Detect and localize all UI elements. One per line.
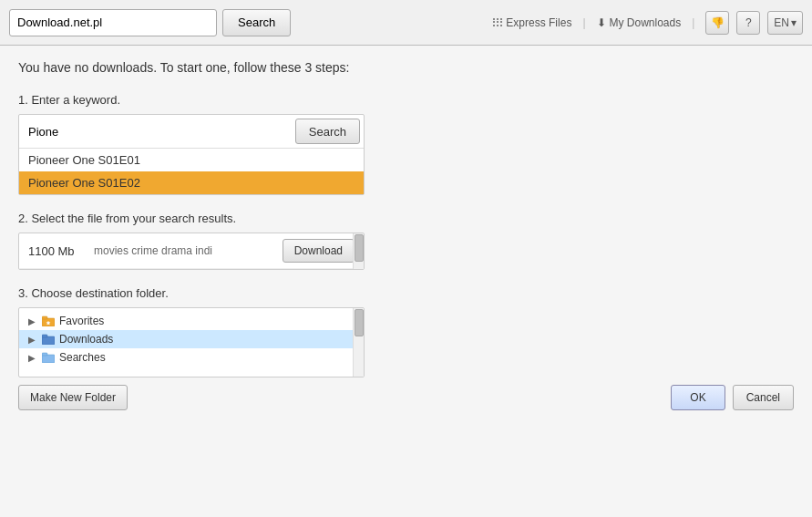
intro-text: You have no downloads. To start one, fol… [18, 60, 794, 75]
scrollbar-thumb[interactable] [355, 309, 364, 336]
list-item[interactable]: Pioneer One S01E02 [19, 171, 364, 194]
keyword-search-button[interactable]: Search [295, 119, 360, 144]
folder-btn-row: Make New Folder OK Cancel [18, 385, 794, 410]
tree-item-downloads[interactable]: ▶ Downloads [19, 330, 364, 348]
expand-arrow-icon: ▶ [26, 352, 37, 363]
result-size: 1100 Mb [28, 244, 83, 258]
svg-rect-2 [42, 336, 55, 345]
express-files-link[interactable]: Express Files [493, 16, 571, 29]
results-scrollbar[interactable] [353, 233, 364, 269]
step3: 3. Choose destination folder. ▶ Favorite… [18, 286, 794, 410]
keyword-input[interactable] [23, 121, 295, 142]
tree-item-favorites[interactable]: ▶ Favorites [19, 312, 364, 330]
tree-item-searches[interactable]: ▶ Searches [19, 348, 364, 367]
folder-tree: ▶ Favorites ▶ [19, 308, 364, 377]
search-dropdown: Pioneer One S01E01 Pioneer One S01E02 [19, 149, 364, 194]
my-downloads-label: My Downloads [610, 16, 682, 29]
tree-item-label: Searches [59, 351, 106, 364]
lang-label: EN [774, 16, 789, 29]
make-new-folder-button[interactable]: Make New Folder [18, 385, 128, 410]
list-item[interactable]: Pioneer One S01E01 [19, 149, 364, 171]
download-button[interactable]: Download [283, 239, 355, 263]
ok-button[interactable]: OK [671, 385, 725, 410]
separator2: | [692, 16, 694, 29]
step2-label: 2. Select the file from your search resu… [18, 212, 794, 225]
step1: 1. Enter a keyword. Search Pioneer One S… [18, 93, 794, 195]
help-button[interactable]: ? [736, 11, 760, 35]
topbar: Search Express Files | ⬇ My Downloads | … [0, 0, 812, 46]
step1-search-panel: Search Pioneer One S01E01 Pioneer One S0… [18, 114, 365, 195]
chevron-down-icon: ▾ [791, 16, 797, 29]
download-icon: ⬇ [597, 16, 606, 29]
result-row: 1100 Mb movies crime drama indi Download [19, 233, 364, 269]
tree-item-label: Favorites [59, 315, 104, 327]
svg-rect-5 [42, 353, 47, 356]
cancel-button[interactable]: Cancel [733, 385, 794, 410]
language-selector[interactable]: EN ▾ [767, 11, 803, 35]
step1-search-row: Search [19, 115, 364, 149]
svg-rect-4 [42, 355, 55, 363]
scrollbar-thumb[interactable] [355, 234, 364, 262]
svg-rect-3 [42, 335, 47, 337]
folder-icon [41, 332, 56, 346]
results-panel: 1100 Mb movies crime drama indi Download [18, 233, 365, 270]
svg-rect-1 [42, 316, 47, 319]
thumbdown-button[interactable]: 👎 [705, 11, 729, 35]
tree-item-label: Downloads [59, 333, 113, 346]
folder-panel: ▶ Favorites ▶ [18, 307, 365, 377]
expand-arrow-icon: ▶ [26, 334, 37, 345]
result-tags: movies crime drama indi [94, 244, 272, 257]
express-files-label: Express Files [506, 16, 571, 29]
main-content: You have no downloads. To start one, fol… [0, 46, 812, 517]
my-downloads-link[interactable]: ⬇ My Downloads [597, 16, 682, 29]
grid-icon [493, 18, 502, 27]
folder-icon [41, 350, 56, 365]
topbar-search-button[interactable]: Search [222, 9, 291, 36]
topbar-right: Express Files | ⬇ My Downloads | 👎 ? EN … [493, 11, 803, 35]
question-icon: ? [745, 16, 752, 29]
folder-icon [41, 314, 56, 328]
folder-scrollbar[interactable] [353, 308, 364, 377]
url-input[interactable] [9, 9, 217, 36]
expand-arrow-icon: ▶ [26, 315, 37, 326]
step2: 2. Select the file from your search resu… [18, 212, 794, 270]
thumbdown-icon: 👎 [711, 16, 725, 29]
step3-label: 3. Choose destination folder. [18, 286, 794, 300]
separator: | [582, 16, 585, 29]
step1-label: 1. Enter a keyword. [18, 93, 794, 107]
